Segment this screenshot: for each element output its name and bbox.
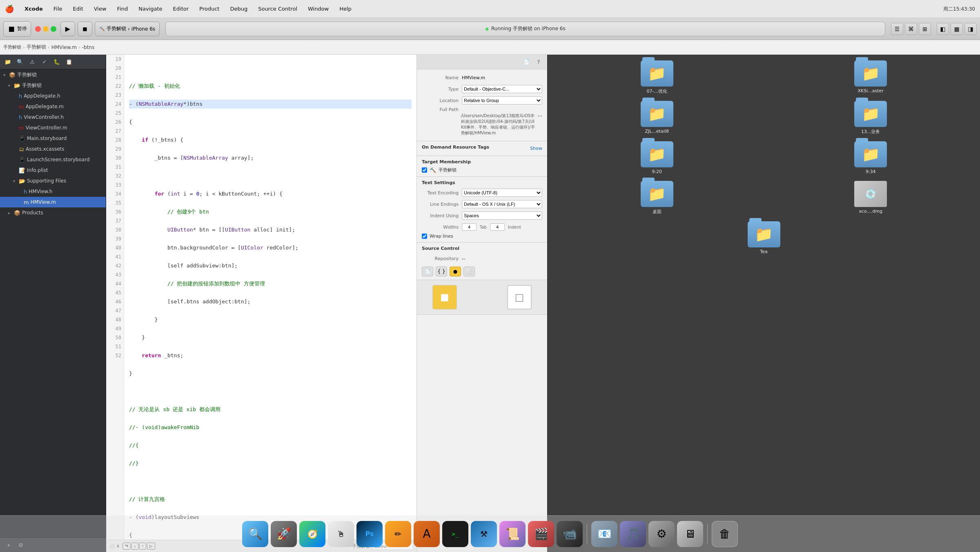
sidebar-item-assets[interactable]: 🗂 Assets.xcassets	[0, 144, 106, 154]
sidebar-item-launchscreen[interactable]: 📱 LaunchScreen.storyboard	[0, 154, 106, 165]
line-endings-select[interactable]: Default - OS X / Unix (LF)	[462, 200, 542, 208]
editor-toggle-3[interactable]: ◨	[964, 23, 977, 35]
breadcrumb-item-1[interactable]: 手势解锁	[3, 44, 21, 50]
dock-music[interactable]: 🎵	[620, 521, 646, 547]
inspector-location-select[interactable]: Relative to Group	[462, 96, 542, 105]
code-line-42	[129, 477, 412, 486]
menu-editor[interactable]: Editor	[172, 5, 190, 13]
debug-toggle[interactable]: ⌘	[905, 23, 917, 35]
menu-view[interactable]: View	[92, 5, 108, 13]
dock-photoshop[interactable]: Ps	[356, 521, 383, 547]
sidebar-item-appdelegate-m[interactable]: m AppDelegate.m	[0, 101, 106, 112]
dock-finder[interactable]: 🔍	[242, 521, 268, 547]
file-inspector-tab[interactable]: 📄	[521, 58, 532, 67]
minimize-button[interactable]	[43, 26, 49, 32]
apple-menu-icon[interactable]: 🍎	[5, 4, 14, 13]
desktop-file-dmg[interactable]: 💿 xco....dmg	[765, 178, 977, 217]
sidebar-item-viewcontroller-m[interactable]: m ViewController.m	[0, 122, 106, 133]
sidebar-item-project[interactable]: ▾ 📦 手势解锁	[0, 69, 106, 80]
indent-using-label: Indent Using	[422, 213, 459, 218]
indent-width-input[interactable]	[490, 223, 505, 231]
sidebar-item-products[interactable]: ▸ 📦 Products	[0, 207, 106, 218]
close-button[interactable]	[35, 26, 41, 32]
stop-button[interactable]: ⏹ 暂停	[3, 21, 31, 37]
desktop-folder-desktop[interactable]: 📁 桌面	[551, 178, 763, 217]
show-link[interactable]: Show	[530, 146, 542, 151]
sidebar-item-appdelegate-h[interactable]: h AppDelegate.h	[0, 91, 106, 101]
code-editor[interactable]: 19 20 21 22 23 24 25 26 27 28 29 30 31 3…	[106, 55, 416, 540]
desktop-folder-5[interactable]: 📁 9:20	[551, 139, 763, 177]
breadcrumb-item-3[interactable]: HMView.m	[51, 45, 77, 50]
build-button[interactable]: ■	[78, 22, 92, 36]
dock-safari[interactable]: 🧭	[299, 521, 325, 547]
sidebar-debug-icon[interactable]: 🐛	[51, 58, 62, 67]
dock-misc[interactable]: 🖥	[677, 521, 703, 547]
desktop-folder-6[interactable]: 📁 9:34	[765, 139, 977, 177]
sidebar-item-hmview-h[interactable]: h HMView.h	[0, 186, 106, 197]
sc-icon-file[interactable]: 📄	[422, 267, 433, 276]
target-checkbox[interactable]	[422, 167, 427, 173]
sidebar-toolbar: 📁 🔍 ⚠ ✓ 🐛 📋	[0, 55, 106, 69]
menu-edit[interactable]: Edit	[71, 5, 85, 13]
dock-video-1[interactable]: 🎬	[528, 521, 554, 547]
maximize-button[interactable]	[51, 26, 56, 32]
menu-debug[interactable]: Debug	[228, 5, 249, 13]
breadcrumb-symbol[interactable]: -btns	[82, 45, 95, 50]
dock-terminal[interactable]: >_	[442, 521, 468, 547]
inspector-reveal-icon[interactable]: ⋯	[537, 113, 542, 119]
sidebar-test-icon[interactable]: ✓	[39, 58, 50, 67]
indent-using-select[interactable]: Spaces	[462, 211, 542, 220]
menu-xcode[interactable]: Xcode	[23, 5, 45, 13]
desktop-folder-2[interactable]: 📁 XKSi...aster	[765, 58, 977, 97]
editor-toggle-2[interactable]: ▦	[951, 23, 963, 35]
sc-icon-commit[interactable]: ●	[450, 267, 461, 276]
sidebar-warning-icon[interactable]: ⚠	[27, 58, 38, 67]
tab-width-input[interactable]	[462, 223, 477, 231]
navigator-toggle[interactable]: ☰	[891, 23, 903, 35]
menu-file[interactable]: File	[52, 5, 64, 13]
dock-affinity[interactable]: A	[414, 521, 440, 547]
encoding-select[interactable]: Unicode (UTF-8)	[462, 189, 542, 197]
sidebar-nav-icon[interactable]: 📁	[2, 58, 13, 67]
sidebar-item-supporting-files[interactable]: ▾ 📂 Supporting Files	[0, 176, 106, 186]
sidebar-item-group-main[interactable]: ▾ 📂 手势解锁	[0, 80, 106, 91]
sidebar-search-icon[interactable]: 🔍	[15, 58, 25, 67]
sidebar-item-viewcontroller-h[interactable]: h ViewController.h	[0, 112, 106, 122]
menu-product[interactable]: Product	[198, 5, 221, 13]
menu-help[interactable]: Help	[338, 5, 353, 13]
dock-script[interactable]: 📜	[499, 521, 526, 547]
sidebar-item-hmview-m[interactable]: m HMView.m	[0, 197, 106, 207]
desktop-folder-4[interactable]: 📁 13...业务	[765, 98, 977, 137]
dock-prefs[interactable]: ⚙️	[648, 521, 675, 547]
breadcrumb-item-2[interactable]: 手势解锁	[27, 44, 46, 51]
dock-video-2[interactable]: 📹	[557, 521, 583, 547]
sidebar-item-main-storyboard[interactable]: 📱 Main.storyboard	[0, 133, 106, 144]
sc-icon-branch[interactable]: { }	[436, 267, 447, 276]
dock-trash[interactable]: 🗑	[712, 521, 738, 547]
desktop-folder-3[interactable]: 📁 ZJL...etail8	[551, 98, 763, 137]
desktop-folder-tea[interactable]: 📁 Tea	[551, 219, 977, 257]
dock-mail[interactable]: 📧	[591, 521, 617, 547]
inspector-type-select[interactable]: Default - Objective-C...	[462, 85, 542, 93]
code-content[interactable]: // 懒加载 - 初始化 - (NSMutableArray*)btns { i…	[124, 55, 416, 540]
dock-mouse[interactable]: 🖱	[328, 521, 354, 547]
wrap-lines-checkbox[interactable]	[422, 234, 427, 239]
dock-sketch[interactable]: ✏️	[385, 521, 411, 547]
dock-xcode[interactable]: ⚒	[471, 521, 497, 547]
desktop-folder-1[interactable]: 📁 07-...优化	[551, 58, 763, 97]
run-button[interactable]: ▶	[60, 22, 75, 36]
menu-navigate[interactable]: Navigate	[137, 5, 164, 13]
sc-icon-diff[interactable]: ⬜	[463, 267, 475, 276]
sidebar-report-icon[interactable]: 📋	[64, 58, 74, 67]
sidebar-item-info-plist[interactable]: 📝 Info.plist	[0, 165, 106, 176]
menu-find[interactable]: Find	[116, 5, 130, 13]
editor-toggle-1[interactable]: ◧	[937, 23, 949, 35]
line-numbers: 19 20 21 22 23 24 25 26 27 28 29 30 31 3…	[106, 55, 124, 540]
dock-launchpad[interactable]: 🚀	[271, 521, 297, 547]
layout-toggle[interactable]: ⊞	[919, 23, 931, 35]
menu-window[interactable]: Window	[306, 5, 330, 13]
scheme-selector[interactable]: 🔨 手势解锁 › iPhone 6s	[95, 22, 160, 36]
toolbar: ⏹ 暂停 ▶ ■ 🔨 手势解锁 › iPhone 6s ● Running 手势…	[0, 18, 980, 40]
help-tab[interactable]: ?	[533, 58, 544, 67]
menu-source-control[interactable]: Source Control	[256, 5, 299, 13]
